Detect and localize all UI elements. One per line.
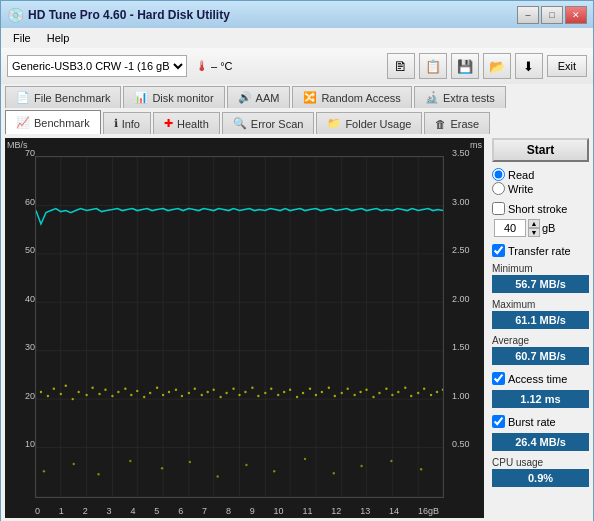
close-button[interactable]: ✕ [565,6,587,24]
toolbar-btn-4[interactable]: 📂 [483,53,511,79]
svg-point-50 [201,394,203,396]
svg-point-47 [181,395,183,397]
svg-point-56 [238,394,240,396]
svg-point-94 [189,461,191,463]
tab-disk-monitor-icon: 📊 [134,91,148,104]
tab-file-benchmark[interactable]: 📄 File Benchmark [5,86,121,108]
svg-point-60 [264,392,266,394]
svg-point-57 [244,391,246,393]
minimize-button[interactable]: – [517,6,539,24]
chart-y-labels-left: 70 60 50 40 30 20 10 [7,148,35,488]
read-option[interactable]: Read [492,168,589,181]
svg-point-45 [168,391,170,393]
access-time-checkbox[interactable] [492,372,505,385]
menu-help[interactable]: Help [39,31,78,45]
toolbar-btn-3[interactable]: 💾 [451,53,479,79]
svg-point-58 [251,387,253,389]
tab-aam-label: AAM [256,92,280,104]
svg-point-64 [289,389,291,391]
tab-error-scan-label: Error Scan [251,118,304,130]
read-write-options: Read Write [492,168,589,195]
toolbar-btn-1[interactable]: 🖹 [387,53,415,79]
tab-health-label: Health [177,118,209,130]
svg-point-37 [117,391,119,393]
tab-erase[interactable]: 🗑 Erase [424,112,490,134]
svg-point-32 [85,394,87,396]
tab-info-label: Info [122,118,140,130]
svg-point-81 [397,391,399,393]
chart-canvas [35,156,444,498]
chart-y-labels-right: 3.50 3.00 2.50 2.00 1.50 1.00 0.50 [452,148,482,488]
svg-point-39 [130,394,132,396]
spinner-value[interactable]: 40 [494,219,526,237]
transfer-rate-checkbox[interactable] [492,244,505,257]
maximum-value: 61.1 MB/s [492,311,589,329]
write-option[interactable]: Write [492,182,589,195]
tab-disk-monitor[interactable]: 📊 Disk monitor [123,86,224,108]
spinner-up[interactable]: ▲ [528,219,540,228]
svg-point-72 [341,392,343,394]
svg-point-48 [188,392,190,394]
spinner-unit: gB [542,222,555,234]
short-stroke-checkbox[interactable] [492,202,505,215]
tab-random-access[interactable]: 🔀 Random Access [292,86,411,108]
burst-rate-option[interactable]: Burst rate [492,415,589,428]
svg-point-78 [378,392,380,394]
tab-benchmark-label: Benchmark [34,117,90,129]
tab-benchmark[interactable]: 📈 Benchmark [5,110,101,134]
svg-point-101 [390,460,392,462]
title-bar-icon: 💿 [7,7,24,23]
maximize-button[interactable]: □ [541,6,563,24]
tab-error-scan[interactable]: 🔍 Error Scan [222,112,315,134]
svg-point-52 [212,389,214,391]
burst-rate-checkbox[interactable] [492,415,505,428]
chart-x-labels: 0 1 2 3 4 5 6 7 8 9 10 11 12 13 14 16gB [35,506,439,516]
tab-health[interactable]: ✚ Health [153,112,220,134]
tab-folder-usage-label: Folder Usage [345,118,411,130]
svg-point-26 [47,395,49,397]
svg-point-97 [273,470,275,472]
svg-point-36 [111,395,113,397]
transfer-rate-option[interactable]: Transfer rate [492,244,589,257]
start-button[interactable]: Start [492,138,589,162]
write-label: Write [508,183,533,195]
svg-point-62 [277,394,279,396]
write-radio[interactable] [492,182,505,195]
tab-info[interactable]: ℹ Info [103,112,151,134]
svg-point-95 [216,475,218,477]
tab-extra-tests[interactable]: 🔬 Extra tests [414,86,506,108]
svg-point-86 [430,394,432,396]
svg-point-80 [391,394,393,396]
svg-point-27 [53,388,55,390]
tab-folder-usage-icon: 📁 [327,117,341,130]
svg-point-90 [73,463,75,465]
svg-point-66 [302,392,304,394]
tab-aam[interactable]: 🔊 AAM [227,86,291,108]
toolbar-btn-2[interactable]: 📋 [419,53,447,79]
toolbar-btn-5[interactable]: ⬇ [515,53,543,79]
cpu-usage-label: CPU usage [492,457,589,468]
svg-point-76 [365,389,367,391]
svg-point-83 [410,395,412,397]
burst-rate-label: Burst rate [508,416,556,428]
svg-point-82 [404,387,406,389]
access-time-option[interactable]: Access time [492,372,589,385]
exit-button[interactable]: Exit [547,55,587,77]
svg-point-34 [98,393,100,395]
title-bar-buttons: – □ ✕ [517,6,587,24]
device-select[interactable]: Generic-USB3.0 CRW -1 (16 gB) [7,55,187,77]
svg-point-79 [385,388,387,390]
tab-aam-icon: 🔊 [238,91,252,104]
tab-folder-usage[interactable]: 📁 Folder Usage [316,112,422,134]
svg-point-49 [194,388,196,390]
read-radio[interactable] [492,168,505,181]
svg-point-44 [162,394,164,396]
spinner-down[interactable]: ▼ [528,228,540,237]
short-stroke-option[interactable]: Short stroke [492,202,589,215]
short-stroke-label: Short stroke [508,203,567,215]
menu-file[interactable]: File [5,31,39,45]
average-section: Average 60.7 MB/s [492,335,589,365]
access-time-label: Access time [508,373,567,385]
average-label: Average [492,335,589,346]
tab-extra-tests-icon: 🔬 [425,91,439,104]
